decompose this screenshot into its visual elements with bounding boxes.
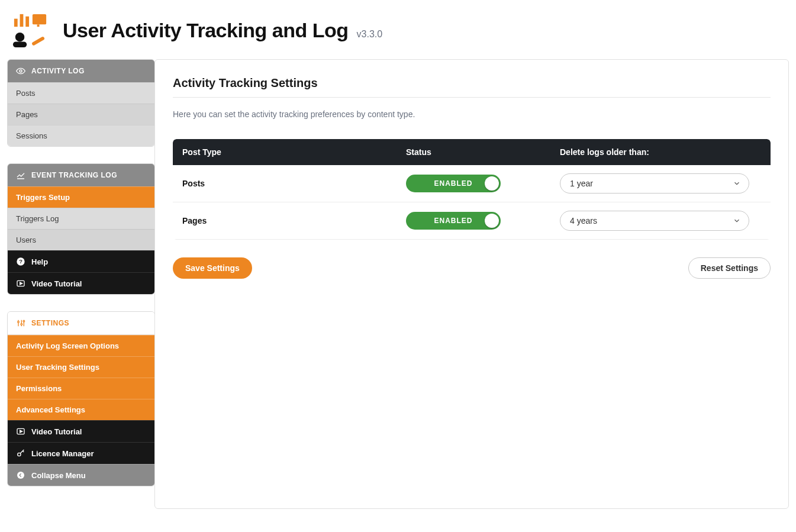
sidebar-item-advanced-settings[interactable]: Advanced Settings — [8, 399, 154, 420]
app-header: User Activity Tracking and Log v3.3.0 — [7, 6, 789, 59]
sidebar-item-users[interactable]: Users — [8, 229, 154, 250]
retention-select-posts[interactable] — [560, 173, 749, 194]
sidebar-item-activity-log-screen-options[interactable]: Activity Log Screen Options — [8, 335, 154, 356]
retention-select-pages[interactable] — [560, 211, 749, 231]
svg-marker-20 — [20, 430, 22, 433]
section-heading: Activity Tracking Settings — [173, 76, 771, 90]
sidebar-header-label: ACTIVITY LOG — [31, 67, 85, 75]
page-title: User Activity Tracking and Log — [63, 19, 349, 42]
svg-rect-0 — [14, 19, 18, 27]
post-type-name: Pages — [182, 216, 406, 225]
svg-point-8 — [20, 70, 22, 72]
sidebar-item-label: Users — [16, 236, 36, 244]
svg-marker-12 — [20, 282, 22, 285]
column-header-delete: Delete logs older than: — [560, 147, 761, 157]
actions-bar: Save Settings Reset Settings — [173, 257, 771, 279]
svg-point-5 — [15, 33, 25, 42]
svg-text:?: ? — [19, 259, 22, 265]
reset-button[interactable]: Reset Settings — [688, 257, 771, 279]
sidebar-item-video-tutorial[interactable]: Video Tutorial — [8, 272, 154, 294]
eye-icon — [16, 66, 25, 76]
column-header-status: Status — [406, 147, 560, 157]
svg-rect-7 — [31, 36, 45, 46]
svg-point-14 — [18, 321, 20, 323]
sidebar-item-label: User Tracking Settings — [16, 363, 99, 372]
svg-rect-2 — [25, 17, 29, 27]
sidebar-item-label: Permissions — [16, 384, 62, 393]
sidebar-header-settings: SETTINGS — [8, 312, 154, 335]
toggle-knob — [485, 176, 499, 191]
svg-point-18 — [23, 320, 25, 322]
divider — [173, 97, 771, 98]
sidebar-item-collapse-menu[interactable]: Collapse Menu — [8, 464, 154, 486]
sidebar-item-licence-manager[interactable]: Licence Manager — [8, 442, 154, 464]
table-header: Post Type Status Delete logs older than: — [173, 139, 771, 165]
status-toggle-pages[interactable]: ENABLED — [406, 212, 501, 230]
main-content: Activity Tracking Settings Here you can … — [154, 59, 789, 509]
table-row: Posts ENABLED — [173, 165, 771, 202]
sidebar-item-label: Advanced Settings — [16, 405, 85, 414]
save-button[interactable]: Save Settings — [173, 257, 252, 279]
sidebar-panel-settings: SETTINGS Activity Log Screen Options Use… — [7, 311, 155, 486]
sidebar-item-user-tracking-settings[interactable]: User Tracking Settings — [8, 356, 154, 378]
sidebar-item-label: Help — [31, 257, 48, 266]
svg-rect-1 — [20, 14, 24, 27]
sidebar-item-label: Triggers Log — [16, 214, 59, 223]
sidebar-item-permissions[interactable]: Permissions — [8, 378, 154, 399]
sidebar-header-event-tracking: EVENT TRACKING LOG — [8, 164, 154, 186]
column-header-type: Post Type — [182, 147, 406, 157]
sidebar-item-pages[interactable]: Pages — [8, 104, 154, 125]
sidebar-header-label: SETTINGS — [31, 319, 69, 327]
sidebar-item-sessions[interactable]: Sessions — [8, 125, 154, 146]
app-logo-icon — [12, 12, 49, 49]
video-icon — [16, 279, 25, 288]
help-circle-icon: ? — [16, 257, 25, 266]
sliders-icon — [16, 318, 25, 328]
svg-rect-3 — [33, 14, 46, 24]
post-type-name: Posts — [182, 179, 406, 188]
svg-rect-4 — [37, 24, 40, 27]
svg-rect-6 — [13, 41, 27, 47]
svg-point-16 — [21, 324, 22, 325]
toggle-knob — [485, 214, 499, 228]
sidebar-item-label: Activity Log Screen Options — [16, 341, 119, 350]
toggle-label: ENABLED — [434, 217, 472, 225]
sidebar-item-label: Pages — [16, 110, 38, 119]
chart-line-icon — [16, 170, 25, 180]
sidebar-item-label: Triggers Setup — [16, 193, 70, 202]
sidebar: ACTIVITY LOG Posts Pages Sessions EVENT … — [7, 59, 155, 486]
sidebar-panel-event-tracking: EVENT TRACKING LOG Triggers Setup Trigge… — [7, 163, 155, 295]
sidebar-item-label: Collapse Menu — [31, 471, 86, 480]
sidebar-item-label: Posts — [16, 89, 36, 98]
sidebar-item-triggers-setup[interactable]: Triggers Setup — [8, 186, 154, 208]
sidebar-header-label: EVENT TRACKING LOG — [31, 171, 117, 179]
status-toggle-posts[interactable]: ENABLED — [406, 175, 501, 192]
settings-table: Post Type Status Delete logs older than:… — [173, 139, 771, 240]
sidebar-item-label: Video Tutorial — [31, 427, 82, 436]
sidebar-header-activity-log: ACTIVITY LOG — [8, 60, 154, 82]
sidebar-item-help[interactable]: ? Help — [8, 250, 154, 272]
sidebar-item-label: Video Tutorial — [31, 279, 82, 288]
key-icon — [16, 449, 25, 458]
table-row: Pages ENABLED — [173, 202, 771, 240]
sidebar-item-label: Sessions — [16, 131, 47, 140]
sidebar-item-triggers-log[interactable]: Triggers Log — [8, 208, 154, 229]
sidebar-item-video-tutorial-2[interactable]: Video Tutorial — [8, 420, 154, 442]
video-icon — [16, 427, 25, 436]
toggle-label: ENABLED — [434, 179, 472, 188]
sidebar-item-posts[interactable]: Posts — [8, 82, 154, 104]
sidebar-panel-activity-log: ACTIVITY LOG Posts Pages Sessions — [7, 59, 155, 147]
section-description: Here you can set the activity tracking p… — [173, 109, 771, 119]
svg-point-21 — [18, 453, 21, 456]
app-version: v3.3.0 — [357, 29, 383, 40]
sidebar-item-label: Licence Manager — [31, 449, 94, 458]
arrow-left-circle-icon — [16, 470, 25, 480]
svg-point-22 — [17, 472, 24, 479]
